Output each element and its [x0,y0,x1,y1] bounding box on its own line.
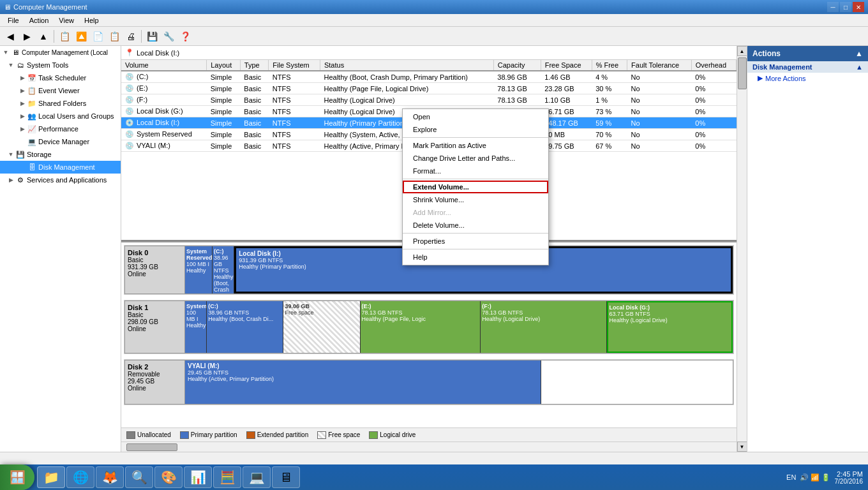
toolbar-btn-6[interactable]: 💾 [144,29,160,44]
toolbar-btn-8[interactable]: ❓ [177,29,193,44]
ctx-explore[interactable]: Explore [403,123,548,136]
ctx-open[interactable]: Open [403,110,548,123]
services-expand[interactable]: ▶ [6,177,15,183]
menu-view[interactable]: View [54,14,79,26]
sidebar-item-disk-management[interactable]: ▶ 🗄 Disk Management [0,161,121,174]
maximize-button[interactable]: □ [840,2,851,12]
menu-bar: File Action View Help [0,14,868,27]
col-status[interactable]: Status [320,60,493,71]
col-type[interactable]: Type [240,60,269,71]
taskbar-app-explorer[interactable]: 📁 [37,466,65,488]
vscroll-down[interactable]: ▼ [737,442,747,452]
sidebar-item-device-manager[interactable]: ▶ 💻 Device Manager [0,135,121,148]
ctx-properties[interactable]: Properties [403,235,548,248]
sidebar-item-shared-folders[interactable]: ▶ 📁 Shared Folders [0,97,121,110]
col-volume[interactable]: Volume [121,60,207,71]
start-icon: 🪟 [10,470,26,485]
hscroll-thumb[interactable] [126,443,177,451]
toolbar-btn-5[interactable]: 🖨 [123,29,138,44]
col-fs[interactable]: File System [269,60,320,71]
col-fault[interactable]: Fault Tolerance [627,60,692,71]
system-tools-expand[interactable]: ▼ [6,62,15,68]
disk-1-part-system[interactable]: System 100 MB I Healthy [185,301,207,353]
disk-1-part-f[interactable]: (F:) 78.13 GB NTFS Healthy (Logical Driv… [481,301,606,353]
disk-2-part-vyali[interactable]: VYALI (M:) 29.45 GB NTFS Healthy (Active… [185,360,541,404]
sidebar-dev-label: Device Manager [38,138,89,145]
col-free[interactable]: Free Space [541,60,592,71]
sidebar-services-label: Services and Applications [27,176,107,184]
actions-disk-collapse-icon[interactable]: ▲ [856,63,863,71]
disk-0-part-2[interactable]: (C:) 38.96 GB NTFS Healthy (Boot, Crash … [213,246,234,293]
task-expand[interactable]: ▶ [18,75,27,81]
vscroll-thumb[interactable] [738,57,747,89]
clock[interactable]: 2:45 PM 7/20/2016 [835,470,864,485]
toolbar-btn-2[interactable]: 🔼 [73,29,89,44]
menu-action[interactable]: Action [24,14,54,26]
legend: Unallocated Primary partition Extended p… [121,427,737,442]
table-row[interactable]: 💿(E:) Simple Basic NTFS Healthy (Page Fi… [121,83,737,94]
disk-1-part-g[interactable]: Local Disk (G:) 63.71 GB NTFS Healthy (L… [607,301,733,353]
sidebar-item-local-users[interactable]: ▶ 👥 Local Users and Groups [0,110,121,122]
sidebar-item-storage[interactable]: ▼ 💾 Storage [0,148,121,161]
taskbar-app-cmd[interactable]: 💻 [243,466,271,488]
vscroll-up[interactable]: ▲ [737,46,747,56]
taskbar-app-3d[interactable]: 📊 [184,466,212,488]
col-pct[interactable]: % Free [592,60,627,71]
minimize-button[interactable]: ─ [827,2,839,12]
disk-0-part-2-detail: Healthy (Boot, Crash Du... [214,274,232,293]
taskbar-app-firefox[interactable]: 🦊 [96,466,124,488]
ctx-extend-volume[interactable]: Extend Volume... [403,181,548,193]
sidebar-item-system-tools[interactable]: ▼ 🗂 System Tools [0,59,121,71]
taskbar-app-matlab[interactable]: 🧮 [213,466,241,488]
disk-1-part-c[interactable]: (C:) 38.96 GB NTFS Healthy (Boot, Crash … [207,301,283,353]
taskbar-app-chrome[interactable]: 🌐 [66,466,94,488]
ctx-help[interactable]: Help [403,251,548,264]
up-button[interactable]: ▲ [36,29,51,44]
show-hide-console[interactable]: 📋 [57,29,72,44]
sidebar-item-task-scheduler[interactable]: ▶ 📅 Task Scheduler [0,71,121,84]
users-expand[interactable]: ▶ [18,113,27,119]
sidebar-item-services[interactable]: ▶ ⚙ Services and Applications [0,174,121,186]
sidebar-item-event-viewer[interactable]: ▶ 📋 Event Viewer [0,84,121,97]
sidebar-item-performance[interactable]: ▶ 📈 Performance [0,122,121,135]
taskbar-app-ps[interactable]: 🎨 [154,466,183,488]
taskbar-app-search[interactable]: 🔍 [125,466,153,488]
action-more-actions[interactable]: ▶ More Actions [747,73,868,84]
sidebar-root[interactable]: ▼ 🖥 Computer Management (Local [0,46,121,59]
back-button[interactable]: ◀ [3,29,18,44]
col-layout[interactable]: Layout [207,60,241,71]
event-expand[interactable]: ▶ [18,87,27,94]
ctx-shrink-volume[interactable]: Shrink Volume... [403,193,548,206]
cell-fault: No [627,71,692,83]
disk-0-part-1[interactable]: System Reserved 100 MB I Healthy [185,246,213,293]
forward-button[interactable]: ▶ [19,29,34,44]
disk-1-part-free[interactable]: 39.06 GB Free space [283,301,360,353]
toolbar-sep-2 [141,30,142,43]
close-button[interactable]: ✕ [853,2,864,12]
start-button[interactable]: 🪟 [0,464,34,490]
ctx-change-letter[interactable]: Change Drive Letter and Paths... [403,152,548,165]
cell-overhead: 0% [691,83,736,94]
menu-file[interactable]: File [3,14,24,26]
ctx-delete-volume[interactable]: Delete Volume... [403,219,548,232]
toolbar-btn-3[interactable]: 📄 [90,29,105,44]
users-icon: 👥 [27,111,37,121]
menu-help[interactable]: Help [79,14,104,26]
disk-1-part-e[interactable]: (E:) 78.13 GB NTFS Healthy (Page File, L… [361,301,481,353]
shared-expand[interactable]: ▶ [18,100,27,107]
storage-expand[interactable]: ▼ [6,151,15,158]
col-overhead[interactable]: Overhead [691,60,736,71]
cell-type: Basic [240,129,269,140]
toolbar-btn-4[interactable]: 📋 [107,29,122,44]
actions-collapse-icon[interactable]: ▲ [855,49,863,58]
root-expand[interactable]: ▼ [1,49,10,56]
cell-free: 23.28 GB [541,83,592,94]
ctx-format[interactable]: Format... [403,165,548,177]
taskbar-app-misc[interactable]: 🖥 [272,466,300,488]
col-capacity[interactable]: Capacity [493,60,541,71]
ctx-mark-active[interactable]: Mark Partition as Active [403,139,548,152]
toolbar-btn-7[interactable]: 🔧 [161,29,176,44]
table-row[interactable]: 💿(C:) Simple Basic NTFS Healthy (Boot, C… [121,71,737,83]
perf-expand[interactable]: ▶ [18,126,27,132]
table-row[interactable]: 💿(F:) Simple Basic NTFS Healthy (Logical… [121,94,737,106]
